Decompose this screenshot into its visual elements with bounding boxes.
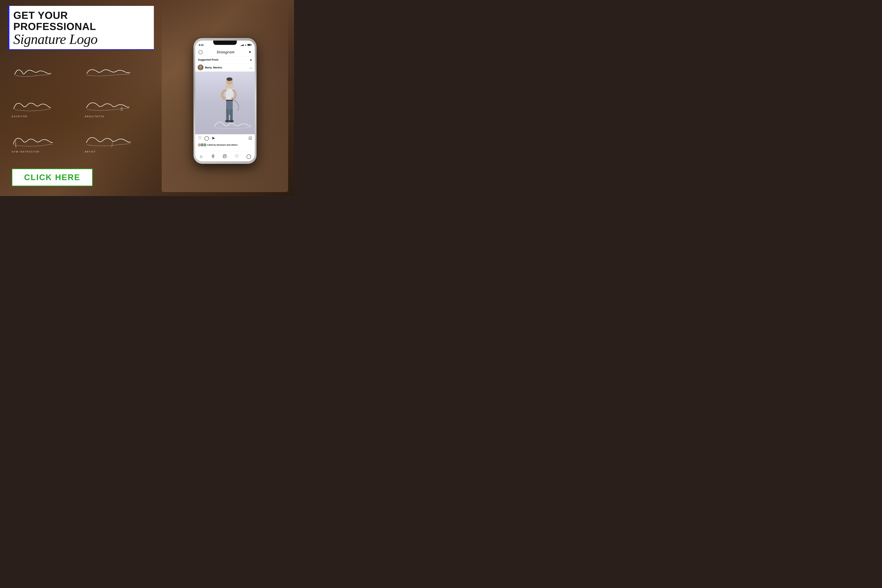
signature-jennifer-butler: ARTIST [81,126,154,162]
liked-by-others: and others [226,144,237,146]
svg-point-1 [198,68,202,70]
cta-container: CLICK HERE [8,166,154,190]
svg-point-0 [200,66,202,68]
nav-heart-icon[interactable]: ♡ [233,153,241,160]
headline-top: GET YOUR PROFESSIONAL [14,10,148,32]
signature-name [85,100,130,115]
phone-screen: 9:41 ▲ ◯ Instagram [195,40,255,161]
left-panel: GET YOUR PROFESSIONAL Signature Logo Eth… [0,0,162,196]
signature-harold-walter: GYM INSTRUCTOR [8,126,81,162]
post-avatar[interactable] [198,64,204,70]
pablo-moll-sig-svg [12,100,51,113]
marty-martins-sig [214,119,253,129]
signature-name: Ethan Grant [12,67,55,81]
instagram-header: ◯ Instagram ➤ [195,48,255,56]
bar2 [242,45,242,46]
camera-icon[interactable]: ◯ [198,50,202,54]
liked-by: Liked by kenzoere and others [195,142,255,148]
suggested-posts-bar: Suggested Posts [195,56,255,63]
bar3 [242,45,243,46]
cta-text: CLICK HERE [24,172,80,182]
headline-script: Signature Logo [14,32,148,46]
status-time: 9:41 [199,44,204,46]
avatar-image [198,64,204,70]
ethan-grant-sig-svg [12,67,55,78]
liked-by-user[interactable]: kenzoere [217,144,226,146]
suggested-posts-label: Suggested Posts [198,58,219,61]
right-panel: 9:41 ▲ ◯ Instagram [162,4,288,192]
bookmark-icon[interactable]: ☑ [249,136,252,141]
nav-add-icon[interactable]: ㉑ [221,153,229,160]
liked-by-text: Liked by kenzoere and others [207,144,238,146]
phone-mockup: 9:41 ▲ ◯ Instagram [194,38,256,164]
liked-avatar-3 [203,143,207,147]
jennifer-butler-sig-svg [85,135,132,148]
signature-pablo-moll: ESCRITOR [8,91,81,126]
phone-notch [213,40,237,45]
signature-label: ARTIST [85,150,96,153]
signature-ethan-grant: Ethan Grant [8,56,81,91]
photo-signature-overlay [197,119,253,130]
signature-label: GYM INSTRUCTOR [12,150,40,153]
bottom-nav: ⌂ ⚲ ㉑ ♡ ◯ [195,151,255,161]
signature-label: ESCRITOR [12,115,28,118]
nav-profile-icon[interactable]: ◯ [245,153,253,160]
signal-bars-icon [241,44,244,46]
signatures-grid: Ethan Grant ESCRITOR [8,52,154,166]
bar1 [241,45,241,46]
chevron-up-icon[interactable] [250,59,252,61]
svg-rect-11 [226,100,233,101]
comment-icon[interactable]: ◯ [204,136,209,141]
harold-walter-sig-svg [12,135,53,148]
battery-fill [248,44,250,45]
post-username[interactable]: Marty_Martins [205,66,248,69]
bar4 [243,44,244,46]
like-icon[interactable]: ♡ [198,136,202,141]
status-icons: ▲ [241,44,251,46]
signature-label: ARQUITECTA [85,115,105,118]
wifi-icon: ▲ [244,44,247,46]
liked-by-label: Liked by [207,144,216,146]
nav-home-icon[interactable]: ⌂ [197,153,205,160]
nav-search-icon[interactable]: ⚲ [209,153,217,160]
post-header: Marty_Martins ... [195,63,255,72]
share-icon[interactable]: ➤ [212,136,215,141]
signature-name [12,100,51,115]
direct-message-icon[interactable]: ➤ [249,50,252,54]
post-more-options[interactable]: ... [249,66,252,69]
signature-name [12,135,53,150]
headline-box: GET YOUR PROFESSIONAL Signature Logo [8,6,154,50]
brenda-diaz-sig-svg [85,100,130,113]
signature-name [85,135,132,150]
cta-button[interactable]: CLICK HERE [12,168,93,186]
post-actions: ♡ ◯ ➤ ☑ [195,134,255,142]
svg-point-4 [226,77,232,81]
post-image-area [195,72,255,134]
instagram-logo: Instagram [217,50,234,54]
signature-brenda-diaz: ARQUITECTA [81,91,154,126]
battery-icon [248,44,251,46]
liked-avatars [198,143,206,147]
